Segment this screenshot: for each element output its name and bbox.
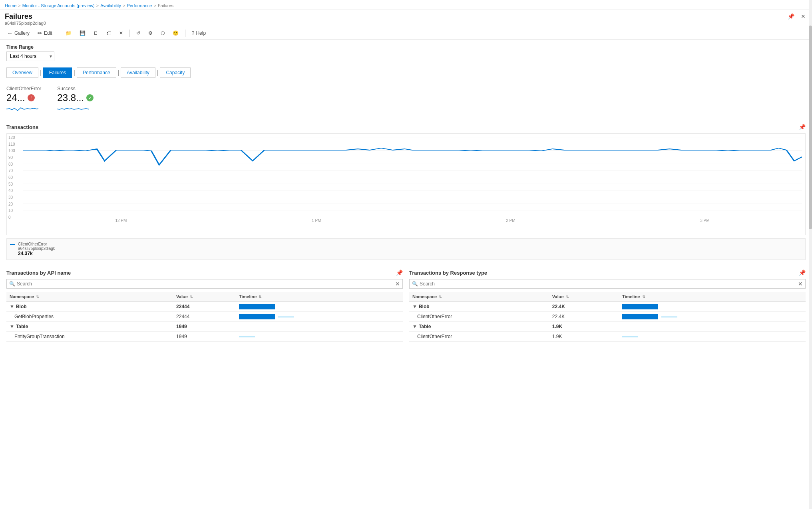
row-getblob-namespace: GetBlobProperties <box>6 312 173 322</box>
table-response-pin-button[interactable]: 📌 <box>799 269 806 276</box>
table-row: ▼Blob 22.4K <box>409 302 806 312</box>
page-title: Failures <box>5 12 46 21</box>
table-response-search-input[interactable] <box>420 281 798 287</box>
tab-overview[interactable]: Overview <box>6 67 38 78</box>
row-entitygroup-namespace: EntityGroupTransaction <box>6 332 173 342</box>
table-response-header-row: Namespace ⇅ Value ⇅ Timeline ⇅ <box>409 292 806 302</box>
share-button[interactable]: ⬡ <box>158 29 167 37</box>
row-getblob-minibar <box>278 316 294 317</box>
metric-clientothererror: ClientOtherError 24... ! <box>6 86 41 114</box>
expand-resp-table-icon[interactable]: ▼ <box>412 324 417 329</box>
discard-button[interactable]: ✕ <box>117 29 125 37</box>
table-response-search-clear[interactable]: ✕ <box>798 281 803 287</box>
resp-clientother-table-minibar <box>622 337 638 337</box>
resp-clientother-blob-namespace: ClientOtherError <box>409 312 549 322</box>
gallery-label: Gallery <box>14 30 30 36</box>
breadcrumb-performance[interactable]: Performance <box>127 3 152 8</box>
help-button[interactable]: ? Help <box>189 29 208 37</box>
save-icon: 💾 <box>80 30 86 36</box>
col-namespace-resp[interactable]: Namespace ⇅ <box>409 292 549 302</box>
settings-button[interactable]: ⚙ <box>146 29 155 37</box>
edit-icon: ✏ <box>38 30 42 36</box>
toolbar: ← Gallery ✏ Edit 📁 💾 🗋 🏷 ✕ ↺ ⚙ ⬡ 🙂 ? Hel… <box>0 27 812 40</box>
sort-namespace-api: ⇅ <box>36 295 39 299</box>
folder-button[interactable]: 📁 <box>63 29 74 37</box>
resp-table-timeline <box>619 322 806 332</box>
col-timeline-api[interactable]: Timeline ⇅ <box>236 292 403 302</box>
chart-pin-button[interactable]: 📌 <box>799 124 806 130</box>
table-row: ClientOtherError 1.9K <box>409 332 806 342</box>
tab-availability[interactable]: Availability <box>121 67 155 78</box>
resp-table-namespace: ▼Table <box>409 322 549 332</box>
pin-button[interactable]: 📌 <box>786 12 796 20</box>
clone-button[interactable]: 🗋 <box>91 29 101 37</box>
time-range-select[interactable]: Last 1 hour Last 4 hours Last 12 hours L… <box>6 51 54 61</box>
resp-clientother-blob-minibar <box>661 316 677 317</box>
table-row: ClientOtherError 22.4K <box>409 312 806 322</box>
table-api-search-clear[interactable]: ✕ <box>395 281 400 287</box>
scrollbar-track <box>809 0 812 509</box>
gallery-button[interactable]: ← Gallery <box>5 29 32 38</box>
folder-icon: 📁 <box>66 30 72 36</box>
expand-resp-blob-icon[interactable]: ▼ <box>412 304 417 309</box>
title-bar: Failures a64sli75plosip2diag0 📌 ✕ <box>0 10 812 27</box>
col-value-api[interactable]: Value ⇅ <box>173 292 236 302</box>
gridlabel-90: 90 <box>8 155 13 160</box>
x-axis: 12 PM 1 PM 2 PM 3 PM <box>23 218 802 223</box>
resp-clientother-blob-bar-container <box>622 314 802 319</box>
time-range-section: Time Range Last 1 hour Last 4 hours Last… <box>6 44 806 61</box>
gridlabel-40: 40 <box>8 188 13 193</box>
metric-clientothererror-value-row: 24... ! <box>6 92 41 103</box>
breadcrumb-home[interactable]: Home <box>5 3 16 8</box>
table-api-search-input[interactable] <box>17 281 395 287</box>
chart-svg <box>23 137 802 217</box>
metric-clientothererror-value: 24... <box>6 92 25 103</box>
metric-success-sparkline <box>57 105 94 114</box>
metric-success-value-row: 23.8... ✓ <box>57 92 94 103</box>
table-response-thead: Namespace ⇅ Value ⇅ Timeline ⇅ <box>409 292 806 302</box>
breadcrumb-availability[interactable]: Availability <box>100 3 121 8</box>
tab-performance[interactable]: Performance <box>77 67 116 78</box>
metrics-row: ClientOtherError 24... ! Success 23.8...… <box>6 86 806 114</box>
table-api-section: Transactions by API name 📌 🔍 ✕ Namespace… <box>6 269 403 342</box>
edit-label: Edit <box>44 30 52 36</box>
legend-subtitle: a64sli75plosip2diag0 <box>18 246 55 251</box>
table-api-pin-button[interactable]: 📌 <box>396 269 403 276</box>
metric-success-status: ✓ <box>86 94 94 101</box>
gridlabel-70: 70 <box>8 168 13 173</box>
tab-sep-1: | <box>40 69 42 76</box>
title-section: Failures a64sli75plosip2diag0 <box>5 12 46 26</box>
x-label-1pm: 1 PM <box>312 218 321 223</box>
share-icon: ⬡ <box>161 30 165 36</box>
feedback-button[interactable]: 🙂 <box>170 29 181 37</box>
legend-value: 24.37k <box>18 251 55 256</box>
chart-legend: ClientOtherError a64sli75plosip2diag0 24… <box>6 238 806 260</box>
refresh-button[interactable]: ↺ <box>134 29 143 37</box>
resp-clientother-table-namespace: ClientOtherError <box>409 332 549 342</box>
expand-table-icon[interactable]: ▼ <box>10 324 14 329</box>
col-namespace-api[interactable]: Namespace ⇅ <box>6 292 173 302</box>
time-range-label: Time Range <box>6 44 806 50</box>
resp-blob-namespace: ▼Blob <box>409 302 549 312</box>
edit-button[interactable]: ✏ Edit <box>35 29 55 38</box>
scrollbar-thumb[interactable] <box>809 26 812 229</box>
table-response-search-box: 🔍 ✕ <box>409 279 806 289</box>
tag-button[interactable]: 🏷 <box>104 29 113 37</box>
col-value-resp[interactable]: Value ⇅ <box>549 292 619 302</box>
table-row: ▼Blob 22444 <box>6 302 403 312</box>
tab-capacity[interactable]: Capacity <box>160 67 191 78</box>
row-blob-namespace: ▼Blob <box>6 302 173 312</box>
breadcrumb: Home > Monitor - Storage Accounts (previ… <box>5 3 173 8</box>
help-label: Help <box>196 30 206 36</box>
expand-blob-icon[interactable]: ▼ <box>10 304 14 309</box>
row-blob-timeline <box>236 302 403 312</box>
close-button[interactable]: ✕ <box>799 12 807 20</box>
breadcrumb-monitor[interactable]: Monitor - Storage Accounts (preview) <box>22 3 95 8</box>
metric-success-label: Success <box>57 86 94 91</box>
save-button[interactable]: 💾 <box>77 29 88 37</box>
breadcrumb-sep-1: > <box>18 3 20 8</box>
tab-failures[interactable]: Failures <box>43 67 72 78</box>
table-row: ▼Table 1949 <box>6 322 403 332</box>
col-timeline-resp[interactable]: Timeline ⇅ <box>619 292 806 302</box>
gallery-icon: ← <box>7 30 13 36</box>
